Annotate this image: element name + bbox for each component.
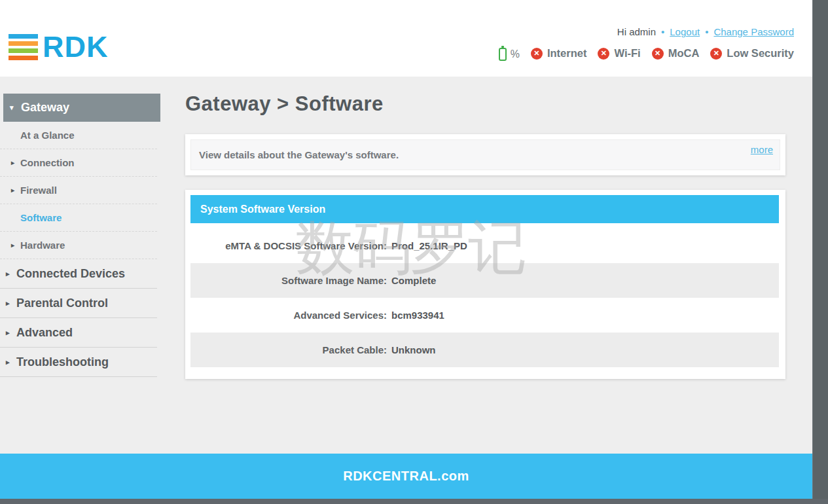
bottom-edge-bar: [0, 499, 828, 504]
status-low-security: ✕ Low Security: [710, 47, 794, 60]
error-icon: ✕: [531, 48, 543, 60]
sidebar: ▾ Gateway At a Glance ▸ Connection ▸ Fir…: [0, 77, 160, 454]
status-label: Wi-Fi: [614, 47, 640, 60]
table-rows: eMTA & DOCSIS Software Version: Prod_25.…: [190, 228, 779, 367]
row-label: Software Image Name:: [190, 275, 387, 286]
table-row: eMTA & DOCSIS Software Version: Prod_25.…: [190, 228, 779, 263]
logo-bar-yellow: [9, 41, 38, 46]
change-password-link[interactable]: Change Password: [713, 26, 794, 37]
status-line: % ✕ Internet ✕ Wi-Fi ✕ MoCA ✕ Low Securi…: [499, 46, 794, 61]
sidebar-item-firewall[interactable]: ▸ Firewall: [0, 177, 157, 204]
sidebar-item-label: Connection: [20, 157, 75, 168]
rdk-logo: RDK: [9, 34, 109, 60]
sidebar-item-parental-control[interactable]: ▸ Parental Control: [0, 289, 157, 318]
error-icon: ✕: [710, 48, 722, 60]
sidebar-item-advanced[interactable]: ▸ Advanced: [0, 318, 157, 348]
row-label: Advanced Services:: [190, 310, 387, 321]
battery-status: %: [499, 46, 520, 61]
error-icon: ✕: [652, 48, 664, 60]
chevron-right-icon: ▸: [11, 232, 14, 259]
status-label: Low Security: [727, 47, 794, 60]
row-value: Prod_25.1IR_PD: [391, 240, 467, 251]
sidebar-item-label: Advanced: [16, 326, 73, 339]
status-moca: ✕ MoCA: [652, 47, 700, 60]
battery-icon: [499, 48, 507, 61]
table-row: Software Image Name: Complete: [190, 263, 779, 298]
rdk-logo-text: RDK: [43, 34, 109, 60]
chevron-right-icon: ▸: [6, 348, 10, 377]
status-label: Internet: [547, 47, 587, 60]
logout-link[interactable]: Logout: [670, 26, 700, 37]
table-row: Packet Cable: Unknown: [190, 333, 779, 367]
sidebar-item-at-a-glance[interactable]: At a Glance: [0, 122, 157, 149]
page-title: Gateway > Software: [185, 92, 785, 116]
error-icon: ✕: [598, 48, 609, 60]
separator-dot-icon: •: [705, 26, 708, 37]
row-label: Packet Cable:: [190, 344, 387, 355]
footer-brand-text: RDKCENTRAL.com: [0, 454, 812, 499]
software-version-card: System Software Version eMTA & DOCSIS So…: [185, 190, 785, 379]
user-line: Hi admin • Logout • Change Password: [617, 26, 794, 37]
status-wifi: ✕ Wi-Fi: [598, 47, 640, 60]
sidebar-item-label: Connected Devices: [16, 267, 125, 280]
chevron-right-icon: ▸: [6, 289, 10, 318]
sidebar-item-connection[interactable]: ▸ Connection: [0, 149, 157, 177]
row-label: eMTA & DOCSIS Software Version:: [190, 240, 387, 251]
separator-dot-icon: •: [661, 26, 664, 37]
description-text: View details about the Gateway's softwar…: [199, 149, 399, 160]
footer: RDKCENTRAL.com: [0, 454, 812, 499]
chevron-right-icon: ▸: [11, 149, 14, 177]
logo-bar-blue: [9, 34, 38, 39]
sidebar-item-label: Hardware: [20, 240, 65, 251]
vertical-scrollbar[interactable]: [812, 0, 828, 504]
sidebar-item-label: Gateway: [21, 101, 69, 114]
status-internet: ✕ Internet: [531, 47, 587, 60]
sidebar-item-label: Firewall: [20, 185, 57, 196]
row-value: Complete: [391, 275, 436, 286]
sidebar-item-gateway[interactable]: ▾ Gateway: [3, 94, 160, 122]
more-link[interactable]: more: [751, 144, 773, 155]
user-greeting: Hi admin: [617, 26, 656, 37]
app-window: RDK Hi admin • Logout • Change Password …: [0, 0, 828, 504]
rdk-logo-bars-icon: [9, 34, 38, 60]
sidebar-item-label: Parental Control: [16, 297, 108, 310]
main-panel: Gateway > Software View details about th…: [160, 77, 812, 454]
row-value: bcm933941: [391, 310, 444, 321]
sidebar-item-label: At a Glance: [20, 130, 75, 141]
chevron-right-icon: ▸: [6, 259, 10, 289]
sidebar-item-troubleshooting[interactable]: ▸ Troubleshooting: [0, 348, 157, 377]
sidebar-item-hardware[interactable]: ▸ Hardware: [0, 232, 157, 259]
sidebar-item-software[interactable]: Software: [0, 204, 157, 232]
chevron-down-icon: ▾: [10, 94, 14, 122]
logo-bar-green: [9, 48, 38, 53]
row-value: Unknown: [391, 344, 436, 355]
sidebar-item-connected-devices[interactable]: ▸ Connected Devices: [0, 259, 157, 289]
logo-bar-orange: [9, 56, 38, 60]
battery-percent-label: %: [511, 48, 520, 61]
header: RDK Hi admin • Logout • Change Password …: [0, 0, 812, 77]
description-box: View details about the Gateway's softwar…: [190, 139, 780, 170]
chevron-right-icon: ▸: [6, 318, 10, 348]
status-label: MoCA: [668, 47, 700, 60]
sidebar-item-label: Troubleshooting: [16, 355, 109, 369]
content-area: ▾ Gateway At a Glance ▸ Connection ▸ Fir…: [0, 77, 812, 454]
table-title: System Software Version: [190, 195, 779, 223]
description-card: View details about the Gateway's softwar…: [185, 134, 785, 175]
page: RDK Hi admin • Logout • Change Password …: [0, 0, 812, 499]
chevron-right-icon: ▸: [11, 177, 14, 204]
table-row: Advanced Services: bcm933941: [190, 298, 779, 333]
sidebar-item-label: Software: [20, 212, 62, 223]
